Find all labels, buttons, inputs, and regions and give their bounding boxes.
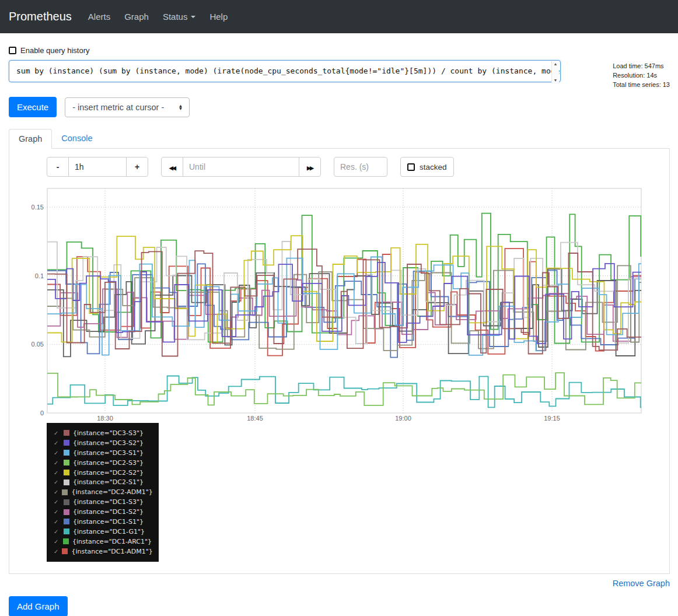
tab-graph[interactable]: Graph bbox=[9, 129, 52, 149]
query-expression-wrap: sum by (instance) (sum by (instance, mod… bbox=[9, 60, 561, 85]
series-color-swatch bbox=[64, 499, 69, 505]
tab-bar: Graph Console bbox=[9, 129, 670, 149]
stacked-toggle[interactable]: stacked bbox=[400, 157, 454, 177]
series-label: {instance="DC1-S2"} bbox=[73, 508, 144, 516]
legend-item[interactable]: ✓{instance="DC2-S1"} bbox=[54, 477, 152, 487]
execute-row: Execute - insert metric at cursor - ▴▾ bbox=[9, 97, 670, 117]
svg-text:0.1: 0.1 bbox=[35, 272, 44, 279]
series-label: {instance="DC1-G1"} bbox=[73, 528, 145, 536]
series-label: {instance="DC1-S1"} bbox=[73, 518, 144, 526]
rewind-icon: ◀◀ bbox=[169, 165, 175, 171]
nav-graph[interactable]: Graph bbox=[124, 12, 149, 22]
legend-item[interactable]: ✓{instance="DC2-ADM1"} bbox=[54, 487, 152, 497]
svg-text:18:30: 18:30 bbox=[97, 415, 113, 422]
check-icon: ✓ bbox=[54, 450, 60, 456]
range-zoom-out-button[interactable]: - bbox=[47, 157, 69, 177]
tab-console[interactable]: Console bbox=[52, 129, 102, 149]
query-history-label: Enable query history bbox=[20, 46, 90, 55]
remove-graph-link[interactable]: Remove Graph bbox=[613, 579, 670, 588]
series-label: {instance="DC1-ADM1"} bbox=[71, 548, 152, 555]
svg-text:19:00: 19:00 bbox=[395, 415, 411, 422]
time-forward-button[interactable]: ▶▶ bbox=[299, 157, 321, 177]
chart-area[interactable]: 00.050.10.1518:3018:4519:0019:15 bbox=[18, 187, 660, 423]
check-icon: ✓ bbox=[54, 489, 58, 495]
check-icon: ✓ bbox=[54, 509, 60, 515]
query-expression-input[interactable]: sum by (instance) (sum by (instance, mod… bbox=[9, 60, 561, 82]
svg-text:18:45: 18:45 bbox=[247, 415, 263, 422]
svg-text:19:15: 19:15 bbox=[544, 415, 560, 422]
check-icon: ✓ bbox=[54, 548, 58, 555]
forward-icon: ▶▶ bbox=[307, 165, 313, 171]
check-icon: ✓ bbox=[54, 460, 60, 466]
series-label: {instance="DC3-S1"} bbox=[73, 449, 144, 457]
series-label: {instance="DC3-S2"} bbox=[73, 439, 144, 447]
select-updown-icon: ▴▾ bbox=[179, 104, 182, 110]
legend-item[interactable]: ✓{instance="DC1-S3"} bbox=[54, 497, 152, 507]
scroll-down-icon: ▼ bbox=[554, 78, 558, 82]
series-color-swatch bbox=[64, 430, 69, 436]
resolution: Resolution: 14s bbox=[613, 71, 670, 80]
series-label: {instance="DC2-S1"} bbox=[73, 478, 144, 486]
series-label: {instance="DC1-S3"} bbox=[73, 498, 144, 506]
series-label: {instance="DC2-ADM1"} bbox=[71, 488, 152, 496]
query-history-checkbox[interactable] bbox=[9, 47, 16, 54]
brand[interactable]: Prometheus bbox=[9, 10, 72, 23]
query-history-row: Enable query history bbox=[9, 46, 670, 55]
legend-item[interactable]: ✓{instance="DC1-ADM1"} bbox=[54, 547, 152, 556]
graph-panel: - + ◀◀ ▶▶ stacked 00.050.10.1518:3018:45… bbox=[9, 149, 670, 574]
nav-status-dropdown[interactable]: Status bbox=[163, 12, 196, 22]
time-control-group: ◀◀ ▶▶ bbox=[161, 157, 321, 177]
series-color-swatch bbox=[64, 509, 69, 515]
nav-alerts[interactable]: Alerts bbox=[88, 12, 110, 22]
insert-metric-label: - insert metric at cursor - bbox=[72, 103, 164, 112]
check-icon: ✓ bbox=[54, 528, 60, 535]
execute-button[interactable]: Execute bbox=[9, 97, 57, 117]
textarea-scrollbar[interactable]: ▲ ▼ bbox=[551, 61, 559, 83]
until-input[interactable] bbox=[183, 157, 299, 177]
query-row: sum by (instance) (sum by (instance, mod… bbox=[9, 60, 670, 89]
resolution-input[interactable] bbox=[334, 157, 387, 177]
add-graph-row: Add Graph bbox=[9, 596, 670, 616]
range-zoom-in-button[interactable]: + bbox=[126, 157, 148, 177]
legend-item[interactable]: ✓{instance="DC2-S3"} bbox=[54, 458, 152, 468]
legend-item[interactable]: ✓{instance="DC1-G1"} bbox=[54, 527, 152, 537]
total-time-series: Total time series: 13 bbox=[613, 80, 670, 89]
remove-graph-row: Remove Graph bbox=[9, 578, 670, 589]
navbar: Prometheus Alerts Graph Status Help bbox=[0, 0, 678, 33]
legend-item[interactable]: ✓{instance="DC1-ARC1"} bbox=[54, 537, 152, 547]
check-icon: ✓ bbox=[54, 479, 60, 485]
series-color-swatch bbox=[64, 460, 69, 466]
series-label: {instance="DC2-S3"} bbox=[73, 459, 144, 467]
legend-item[interactable]: ✓{instance="DC2-S2"} bbox=[54, 468, 152, 478]
insert-metric-dropdown[interactable]: - insert metric at cursor - ▴▾ bbox=[65, 97, 190, 117]
range-input[interactable] bbox=[68, 157, 127, 177]
query-stats: Load time: 547ms Resolution: 14s Total t… bbox=[613, 60, 670, 89]
svg-text:0.15: 0.15 bbox=[32, 204, 44, 211]
legend-item[interactable]: ✓{instance="DC1-S1"} bbox=[54, 517, 152, 527]
svg-text:0.05: 0.05 bbox=[32, 341, 44, 348]
series-color-swatch bbox=[62, 489, 68, 495]
legend-item[interactable]: ✓{instance="DC3-S3"} bbox=[54, 428, 152, 438]
cpu-graph-svg: 00.050.10.1518:3018:4519:0019:15 bbox=[18, 187, 642, 423]
series-color-swatch bbox=[64, 470, 69, 475]
range-control-group: - + bbox=[47, 157, 148, 177]
check-icon: ✓ bbox=[54, 430, 60, 436]
load-time: Load time: 547ms bbox=[613, 61, 670, 71]
series-color-swatch bbox=[62, 548, 68, 554]
series-color-swatch bbox=[64, 450, 69, 456]
series-color-swatch bbox=[64, 519, 69, 524]
series-color-swatch bbox=[64, 528, 69, 534]
series-label: {instance="DC2-S2"} bbox=[73, 469, 144, 477]
svg-text:0: 0 bbox=[40, 410, 44, 416]
add-graph-button[interactable]: Add Graph bbox=[9, 596, 68, 616]
nav-help[interactable]: Help bbox=[209, 12, 228, 22]
check-icon: ✓ bbox=[54, 538, 60, 545]
legend-item[interactable]: ✓{instance="DC1-S2"} bbox=[54, 507, 152, 517]
check-icon: ✓ bbox=[54, 470, 60, 476]
legend-item[interactable]: ✓{instance="DC3-S1"} bbox=[54, 448, 152, 458]
series-color-swatch bbox=[63, 538, 69, 544]
time-back-button[interactable]: ◀◀ bbox=[161, 157, 183, 177]
legend-item[interactable]: ✓{instance="DC3-S2"} bbox=[54, 438, 152, 448]
scroll-up-icon: ▲ bbox=[554, 62, 558, 66]
check-icon: ✓ bbox=[54, 519, 60, 525]
